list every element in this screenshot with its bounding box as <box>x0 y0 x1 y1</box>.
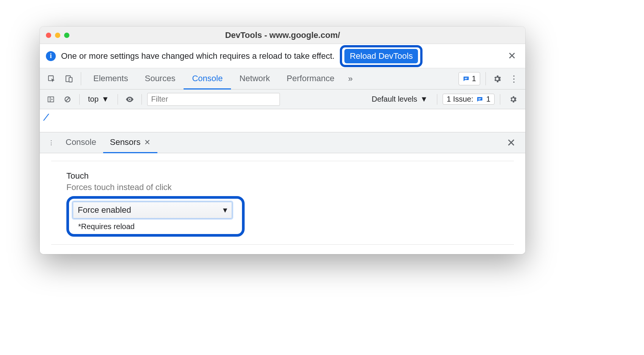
console-filter-input[interactable] <box>147 93 280 106</box>
close-tab-icon[interactable]: ✕ <box>144 138 151 147</box>
drawer-tabs: ⋮ Console Sensors ✕ ✕ <box>40 132 525 153</box>
chevron-down-icon: ▼ <box>420 95 428 104</box>
svg-rect-2 <box>69 77 72 82</box>
main-tabs: Elements Sources Console Network Perform… <box>85 68 343 89</box>
console-output[interactable]: ⁄ <box>40 109 525 132</box>
more-tabs-button[interactable]: » <box>344 68 357 89</box>
issues-count: 1 <box>472 74 476 83</box>
devtools-window: DevTools - www.google.com/ i One or more… <box>40 27 525 254</box>
drawer-more-button[interactable]: ⋮ <box>44 132 59 153</box>
message-icon <box>463 75 470 82</box>
clear-console-button[interactable] <box>61 96 74 103</box>
svg-point-10 <box>129 99 130 100</box>
reload-devtools-button[interactable]: Reload DevTools <box>344 49 418 63</box>
reload-infobar: i One or more settings have changed whic… <box>40 44 525 68</box>
issues-badge[interactable]: 1 <box>459 72 480 85</box>
main-toolbar: Elements Sources Console Network Perform… <box>40 68 525 90</box>
chevron-down-icon: ▼ <box>102 95 109 104</box>
infobar-close-button[interactable]: ✕ <box>505 50 519 62</box>
svg-rect-4 <box>465 79 467 79</box>
console-prompt-icon: ⁄ <box>45 112 47 123</box>
device-toggle-button[interactable] <box>61 68 77 89</box>
message-icon <box>476 96 483 103</box>
svg-marker-7 <box>52 98 53 100</box>
infobar-message: One or more settings have changed which … <box>61 51 335 61</box>
live-expression-button[interactable] <box>123 95 136 104</box>
tab-elements[interactable]: Elements <box>85 68 137 90</box>
settings-button[interactable] <box>490 68 505 89</box>
maximize-window-button[interactable] <box>64 33 69 38</box>
svg-rect-11 <box>478 98 481 99</box>
console-toolbar: top ▼ Default levels ▼ 1 Issue: 1 <box>40 90 525 109</box>
close-window-button[interactable] <box>46 33 51 38</box>
touch-select-highlight: Force enabled ▾ *Requires reload <box>66 196 245 237</box>
svg-rect-5 <box>48 97 54 102</box>
console-issues-button[interactable]: 1 Issue: 1 <box>443 94 495 105</box>
log-levels-selector[interactable]: Default levels ▼ <box>368 95 432 104</box>
toggle-console-sidebar-button[interactable] <box>44 96 57 103</box>
minimize-window-button[interactable] <box>55 33 60 38</box>
drawer-close-button[interactable]: ✕ <box>501 132 521 153</box>
touch-description: Forces touch instead of click <box>66 182 514 192</box>
more-options-button[interactable]: ⋮ <box>506 68 521 89</box>
svg-line-9 <box>66 97 69 101</box>
sensors-panel: Touch Forces touch instead of click Forc… <box>40 153 525 254</box>
svg-rect-3 <box>465 78 468 79</box>
info-icon: i <box>46 51 56 61</box>
traffic-lights <box>46 33 69 38</box>
window-title: DevTools - www.google.com/ <box>40 30 525 40</box>
drawer-tab-console[interactable]: Console <box>59 132 103 153</box>
tab-performance[interactable]: Performance <box>278 68 343 90</box>
console-context-selector[interactable]: top ▼ <box>85 95 112 104</box>
tab-sources[interactable]: Sources <box>137 68 184 90</box>
touch-setting: Touch Forces touch instead of click Forc… <box>51 171 514 237</box>
chevron-down-icon: ▾ <box>223 205 227 215</box>
drawer-tab-sensors[interactable]: Sensors ✕ <box>103 132 158 153</box>
titlebar: DevTools - www.google.com/ <box>40 27 525 44</box>
touch-footnote: *Requires reload <box>78 222 232 231</box>
console-settings-button[interactable] <box>506 95 521 104</box>
tab-console[interactable]: Console <box>184 68 231 90</box>
touch-title: Touch <box>66 171 514 181</box>
reload-highlight: Reload DevTools <box>340 45 423 67</box>
touch-select[interactable]: Force enabled ▾ <box>73 202 232 218</box>
inspect-element-button[interactable] <box>44 68 60 89</box>
svg-rect-12 <box>478 99 480 100</box>
tab-network[interactable]: Network <box>231 68 278 90</box>
